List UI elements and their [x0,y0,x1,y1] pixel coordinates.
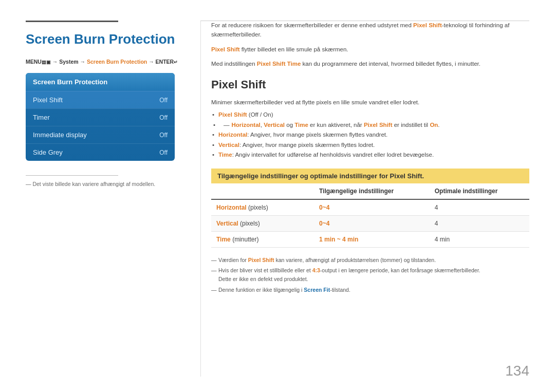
table-cell-horizontal-optimal: 4 [430,199,529,216]
intro-text-2: Pixel Shift flytter billedet en lille sm… [211,45,529,54]
panel-row-pixel-shift[interactable]: Pixel Shift Off [26,91,175,108]
top-rule-left [26,21,118,22]
left-column: Screen Burn Protection MENU▤▣ → System →… [26,21,200,377]
panel-row-label-pixel-shift: Pixel Shift [33,96,63,104]
table-cell-time-optimal: 4 min [430,231,529,247]
intro-pixel-shift-label: Pixel Shift [211,46,240,52]
panel-row-label-side-grey: Side Grey [33,148,63,156]
page-title: Screen Burn Protection [26,31,185,47]
footer-note-1: Værdien for Pixel Shift kan variere, afh… [211,256,529,265]
intro-bold-pixel-shift: Pixel Shift [413,22,442,28]
panel-row-value-side-grey: Off [159,149,168,156]
table-header-available: Tilgængelige indstillinger [314,183,430,199]
menu-path-text: MENU▤▣ → System → Screen Burn Protection… [26,59,178,65]
note-divider [26,175,118,176]
panel-row-value-immediate: Off [159,132,168,139]
table-cell-horizontal-available: 0~4 [314,199,430,216]
menu-path: MENU▤▣ → System → Screen Burn Protection… [26,59,185,65]
bullet-item-pixel-shift: Pixel Shift (Off / On) [218,110,529,120]
table-cell-vertical-available: 0~4 [314,215,430,231]
bullet-sub-note: ―Horizontal, Vertical og Time er kun akt… [219,120,529,130]
table-cell-horizontal-label: Horizontal (pixels) [211,199,314,216]
right-column: For at reducere risikoen for skærmefterb… [200,21,529,377]
table-row-vertical: Vertical (pixels) 0~4 4 [211,215,529,231]
table-header-optimal: Optimale indstillinger [430,183,529,199]
intro-text-3: Med indstillingen Pixel Shift Time kan d… [211,59,529,68]
bullet-list: Pixel Shift (Off / On) ―Horizontal, Vert… [211,110,529,160]
data-table: Tilgængelige indstillinger Optimale inds… [211,183,529,248]
panel-row-timer[interactable]: Timer Off [26,108,175,126]
panel-row-value-pixel-shift: Off [159,97,168,104]
table-header-label [211,183,314,199]
footer-note-3: Denne funktion er ikke tilgængelig i Scr… [211,286,529,294]
page-number: 134 [505,363,529,379]
intro-text-1: For at reducere risikoen for skærmefterb… [211,21,529,40]
panel-header: Screen Burn Protection [26,73,175,91]
section-title: Pixel Shift [211,78,529,91]
note-text: ― Det viste billede kan variere afhængig… [26,181,185,187]
table-row-horizontal: Horizontal (pixels) 0~4 4 [211,199,529,216]
table-cell-vertical-label: Vertical (pixels) [211,215,314,231]
table-row-time: Time (minutter) 1 min ~ 4 min 4 min [211,231,529,247]
sub-note-text: Horizontal, Vertical og Time er kun akti… [232,122,440,128]
intro-pixel-shift-time: Pixel Shift Time [257,61,301,67]
panel-row-side-grey[interactable]: Side Grey Off [26,143,175,161]
highlight-heading-text: Tilgængelige indstillinger og optimale i… [217,172,424,180]
bullet-item-horizontal: Horizontal: Angiver, hvor mange pixels s… [218,130,529,140]
bullet-item-time: Time: Angiv intervallet for udførelse af… [218,150,529,160]
menu-path-highlight: Screen Burn Protection [87,59,147,65]
panel-row-value-timer: Off [159,114,168,121]
highlight-heading: Tilgængelige indstillinger og optimale i… [211,169,529,183]
screen-burn-panel: Screen Burn Protection Pixel Shift Off T… [26,73,175,161]
table-cell-time-label: Time (minutter) [211,231,314,247]
bullet-item-vertical: Vertical: Angiver, hvor mange pixels skæ… [218,140,529,151]
panel-row-label-timer: Timer [33,114,50,121]
table-cell-vertical-optimal: 4 [430,215,529,231]
panel-row-immediate-display[interactable]: Immediate display Off [26,126,175,143]
panel-row-label-immediate: Immediate display [33,131,87,139]
top-divider-right [200,21,529,21]
footer-notes: Værdien for Pixel Shift kan variere, afh… [211,256,529,294]
footer-note-2: Hvis der bliver vist et stillbillede ell… [211,266,529,284]
body-text: Minimer skærmefterbilleder ved at flytte… [211,98,529,107]
table-cell-time-available: 1 min ~ 4 min [314,231,430,247]
